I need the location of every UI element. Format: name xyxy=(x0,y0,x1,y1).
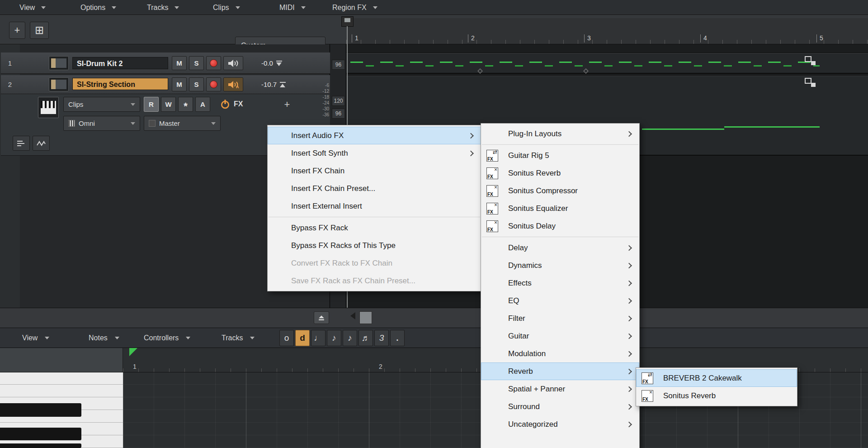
eject-button[interactable] xyxy=(314,311,329,324)
menu-region-fx[interactable]: Region FX xyxy=(332,0,377,15)
menu-item-surround-category[interactable]: Surround xyxy=(481,398,639,415)
record-arm-button[interactable] xyxy=(206,56,221,70)
clip-icon[interactable] xyxy=(805,78,816,87)
note-eighth-button[interactable]: ♪ xyxy=(327,330,341,346)
track-icon-button[interactable] xyxy=(49,77,69,91)
output-dropdown[interactable]: Master xyxy=(144,116,221,131)
menu-item-insert-external-insert[interactable]: Insert External Insert xyxy=(268,197,481,215)
fx-plugin-icon: ×FX xyxy=(486,220,498,232)
menu-label: Tracks xyxy=(222,334,243,342)
note-triplet-button[interactable]: 3 xyxy=(374,330,389,346)
menu-options[interactable]: Options xyxy=(80,0,116,15)
menu-item-insert-soft-synth[interactable]: Insert Soft Synth xyxy=(268,144,481,162)
track-sort-button[interactable] xyxy=(13,136,30,151)
gain-value: -10.7 xyxy=(261,81,277,88)
menu-item-bypass-fx-racks-type[interactable]: Bypass FX Racks of This Type xyxy=(268,237,481,254)
menu-item-uncategorized-category[interactable]: Uncategorized xyxy=(481,415,639,433)
audition-button[interactable]: A xyxy=(195,97,210,112)
fx-power-button[interactable] xyxy=(220,99,230,109)
splitter-bar[interactable] xyxy=(0,308,868,328)
menu-midi[interactable]: MIDI xyxy=(279,0,306,15)
menu-item-sonitus-delay[interactable]: ×FXSonitus Delay xyxy=(481,217,639,235)
menu-item-sonitus-reverb[interactable]: ×FXSonitus Reverb xyxy=(636,387,797,405)
input-echo-button-active[interactable]: A xyxy=(223,77,243,91)
menu-item-eq-category[interactable]: EQ xyxy=(481,292,639,310)
menu-item-guitar-category[interactable]: Guitar xyxy=(481,327,639,345)
note-whole-button[interactable]: o xyxy=(279,330,294,346)
menu-item-guitar-rig-5[interactable]: ⇄FXGuitar Rig 5 xyxy=(481,147,639,164)
output-icon xyxy=(149,120,156,127)
menu-item-modulation-category[interactable]: Modulation xyxy=(481,345,639,362)
asterisk-icon: * xyxy=(184,100,188,112)
gain-readout[interactable]: -0.0 xyxy=(261,56,282,70)
menu-notes[interactable]: Notes xyxy=(89,328,119,348)
mute-button[interactable]: M xyxy=(172,56,187,70)
duplicate-button[interactable]: ⊞ xyxy=(30,22,49,39)
mute-label: M xyxy=(176,59,182,67)
chevron-down-icon xyxy=(250,337,255,339)
menu-item-breverb-2-cakewalk[interactable]: ⇄FXBREVERB 2 Cakewalk xyxy=(636,369,797,387)
gain-readout[interactable]: -10.7 xyxy=(261,77,286,91)
automation-write-button[interactable]: W xyxy=(161,97,176,112)
clips-view-dropdown[interactable]: Clips xyxy=(63,97,140,112)
menu-tracks[interactable]: Tracks xyxy=(147,0,179,15)
clip-lane-track1[interactable] xyxy=(346,52,868,74)
menu-item-label: Bypass FX Rack xyxy=(291,224,348,233)
black-key[interactable] xyxy=(0,428,81,440)
menu-item-insert-fx-chain[interactable]: Insert FX Chain xyxy=(268,162,481,180)
automation-lane-button[interactable] xyxy=(33,136,50,151)
menu-item-dynamics-category[interactable]: Dynamics xyxy=(481,257,639,274)
scroll-left-icon[interactable] xyxy=(350,312,355,319)
envelope-icon xyxy=(37,141,46,146)
record-arm-button[interactable] xyxy=(206,77,221,91)
menu-item-filter-category[interactable]: Filter xyxy=(481,310,639,327)
ruler-mark: 5 xyxy=(816,34,823,43)
note-thirtysecond-button[interactable]: ♬ xyxy=(359,330,373,346)
menu-clips[interactable]: Clips xyxy=(213,0,240,15)
automation-read-button[interactable]: R xyxy=(144,97,159,112)
track-icon-button[interactable] xyxy=(49,56,69,70)
menu-controllers[interactable]: Controllers xyxy=(144,328,190,348)
note-half-button-selected[interactable]: d xyxy=(295,330,310,346)
menu-item-delay-category[interactable]: Delay xyxy=(481,239,639,257)
quarter-note-icon: ♩ xyxy=(314,333,323,343)
piano-keyboard[interactable] xyxy=(0,372,123,448)
menu-item-sonitus-equalizer[interactable]: ×FXSonitus Equalizer xyxy=(481,200,639,217)
input-dropdown[interactable]: Omni xyxy=(63,116,140,131)
clip-icon[interactable] xyxy=(805,56,816,65)
add-track-button[interactable]: + xyxy=(9,22,25,39)
note-sixteenth-button[interactable]: ♪ xyxy=(343,330,357,346)
black-key[interactable] xyxy=(0,403,81,417)
menu-view[interactable]: View xyxy=(22,328,49,348)
menu-item-plug-in-layouts[interactable]: Plug-In Layouts xyxy=(481,125,639,143)
db-label: -24 xyxy=(315,100,329,106)
menu-item-insert-fx-chain-preset[interactable]: Insert FX Chain Preset... xyxy=(268,180,481,197)
track-name[interactable]: SI-Drum Kit 2 xyxy=(72,57,168,69)
menu-tracks[interactable]: Tracks xyxy=(222,328,255,348)
eject-icon xyxy=(318,315,325,320)
solo-button[interactable]: S xyxy=(189,77,204,91)
playhead-marker[interactable] xyxy=(341,16,354,27)
midi-track-icon[interactable] xyxy=(38,97,59,118)
input-echo-button[interactable] xyxy=(223,56,243,70)
menu-item-insert-audio-fx[interactable]: Insert Audio FX xyxy=(268,127,481,144)
scrollbar-thumb[interactable] xyxy=(359,311,372,324)
note-dotted-button[interactable]: . xyxy=(390,330,405,346)
timeline-ruler[interactable]: 1 2 3 4 5 xyxy=(346,18,868,44)
mute-button[interactable]: M xyxy=(172,77,187,91)
menu-item-effects-category[interactable]: Effects xyxy=(481,274,639,292)
snap-button[interactable]: * xyxy=(178,97,193,112)
menu-item-spatial-panner-category[interactable]: Spatial + Panner xyxy=(481,380,639,398)
black-key[interactable] xyxy=(0,443,81,448)
menu-item-reverb-category[interactable]: Reverb xyxy=(481,362,639,380)
submenu-arrow-icon xyxy=(626,368,632,374)
add-fx-button[interactable]: + xyxy=(280,97,294,112)
menu-item-bypass-fx-rack[interactable]: Bypass FX Rack xyxy=(268,219,481,237)
track-name-selected[interactable]: SI-String Section xyxy=(72,78,168,90)
solo-button[interactable]: S xyxy=(189,56,204,70)
menu-item-sonitus-reverb[interactable]: ×FXSonitus Reverb xyxy=(481,164,639,182)
note-quarter-button[interactable]: ♩ xyxy=(311,330,326,346)
menu-item-sonitus-compressor[interactable]: ×FXSonitus Compressor xyxy=(481,182,639,200)
start-marker-icon[interactable] xyxy=(129,348,137,356)
menu-view[interactable]: View xyxy=(19,0,46,15)
